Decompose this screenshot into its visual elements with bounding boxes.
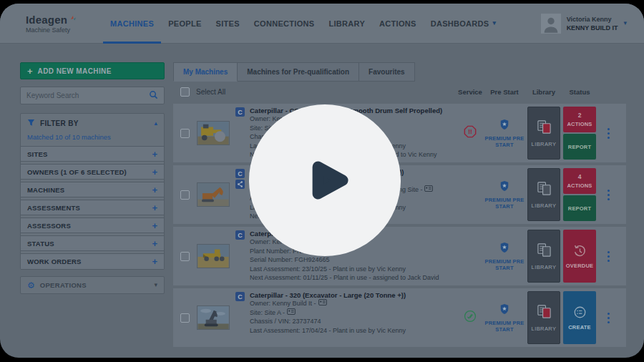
actions-button[interactable]: 2ACTIONS — [563, 107, 596, 132]
search-icon[interactable] — [149, 89, 158, 102]
premium-pre-start-button[interactable]: PREMIUM PRE START — [484, 242, 525, 271]
tab-machines-for-pre-qualification[interactable]: Machines for Pre-qualification — [238, 62, 359, 82]
row-checkbox[interactable] — [180, 129, 190, 138]
filter-sections: SITES+OWNERS (1 OF 6 SELECTED)+MACHINES+… — [21, 146, 164, 269]
keyword-search — [20, 87, 165, 104]
avatar — [541, 14, 561, 34]
tab-my-machines[interactable]: My Machines — [173, 62, 238, 82]
row-menu-kebab-icon[interactable] — [596, 313, 620, 323]
list-header: Select All Service Pre Start Library Sta… — [173, 82, 626, 101]
plus-icon: + — [152, 239, 157, 248]
company-badge: C — [235, 230, 245, 240]
chevron-down-icon: ▾ — [493, 20, 497, 26]
row-menu-kebab-icon[interactable] — [596, 190, 620, 200]
machine-detail-line: Next Assessment: 01/11/25 - Plant in use… — [250, 273, 456, 283]
sidebar: + ADD NEW MACHINE FILTER BY ▴ Matched 10… — [20, 62, 165, 347]
company-badge: C — [235, 292, 245, 301]
documents-icon — [537, 119, 552, 137]
brand-logo: Ideagen Machine Safety — [26, 14, 70, 34]
report-button[interactable]: REPORT — [563, 195, 596, 221]
column-status: Status — [563, 88, 596, 96]
library-button[interactable]: LIBRARY — [527, 107, 560, 160]
plus-icon: + — [27, 67, 33, 76]
nav-item-sites[interactable]: SITES — [209, 4, 247, 44]
machine-detail-line: Owner: Kenny Build It - — [250, 299, 456, 308]
nav-item-library[interactable]: LIBRARY — [321, 4, 372, 44]
actions-button[interactable]: 4ACTIONS — [563, 168, 596, 194]
machine-title[interactable]: Caterpillar - 320 (Excavator - Large (20… — [250, 291, 456, 299]
filter-section-assessments[interactable]: ASSESSMENTS+ — [21, 200, 164, 215]
select-all-label: Select All — [196, 88, 225, 96]
row-menu-kebab-icon[interactable] — [596, 251, 620, 262]
user-menu[interactable]: Victoria Kenny KENNY BUILD IT ▾ — [541, 14, 627, 34]
row-checkbox[interactable] — [180, 313, 190, 323]
library-button[interactable]: LIBRARY — [527, 230, 560, 283]
chevron-down-icon: ▾ — [623, 20, 627, 26]
filter-section-status[interactable]: STATUS+ — [21, 235, 164, 251]
column-pre-start: Pre Start — [484, 88, 525, 96]
shield-star-icon — [499, 119, 509, 133]
filter-panel: FILTER BY ▴ Matched 10 of 10 machines SI… — [20, 113, 165, 270]
search-input[interactable] — [26, 92, 149, 99]
status-cell: 2ACTIONSREPORT — [563, 107, 596, 160]
row-checkbox[interactable] — [180, 252, 190, 261]
play-icon — [291, 143, 366, 217]
machine-row: CCaterpillar - 120H (Grader)Owner: Kenny… — [173, 227, 626, 285]
machine-photo — [197, 121, 230, 145]
library-button[interactable]: LIBRARY — [527, 168, 560, 221]
filter-by-header[interactable]: FILTER BY ▴ — [21, 114, 164, 132]
overdue-button[interactable]: OVERDUE — [563, 230, 596, 283]
share-icon-badge — [235, 180, 245, 189]
nav-item-actions[interactable]: ACTIONS — [372, 4, 424, 44]
history-icon — [573, 244, 587, 260]
filter-section-work[interactable]: WORK ORDERS+ — [21, 253, 164, 269]
top-nav-bar: Ideagen Machine Safety MACHINESPEOPLESIT… — [0, 4, 644, 44]
machine-detail-line: Last Assessment: 17/04/24 - Plant in use… — [250, 326, 456, 336]
filter-section-machines[interactable]: MACHINES+ — [21, 182, 164, 197]
nav-item-connections[interactable]: CONNECTIONS — [247, 4, 322, 44]
video-letterbox: Ideagen Machine Safety MACHINESPEOPLESIT… — [0, 0, 644, 362]
chevron-up-icon[interactable]: ▴ — [154, 120, 157, 127]
row-menu-kebab-icon[interactable] — [596, 128, 620, 139]
premium-pre-start-button[interactable]: PREMIUM PRE START — [484, 180, 525, 210]
filter-section-owners[interactable]: OWNERS (1 OF 6 SELECTED)+ — [21, 164, 164, 180]
plus-icon: + — [152, 203, 157, 212]
create-button[interactable]: CREATE — [563, 291, 596, 344]
select-all-checkbox[interactable] — [180, 87, 190, 97]
add-new-machine-button[interactable]: + ADD NEW MACHINE — [20, 62, 165, 79]
machine-row: CCaterpillar - CS-533E (Rollers, Smooth … — [173, 104, 626, 162]
premium-pre-start-button[interactable]: PREMIUM PRE START — [484, 303, 525, 333]
service-alert-icon: !! — [464, 125, 477, 141]
machine-rows: CCaterpillar - CS-533E (Rollers, Smooth … — [173, 104, 626, 347]
brand-name: Ideagen — [26, 14, 67, 26]
plus-icon: + — [152, 167, 157, 177]
machine-detail-line: Serial Number: FGH924665 — [250, 255, 456, 265]
tab-favourites[interactable]: Favourites — [359, 62, 415, 82]
machine-details: Caterpillar - 320 (Excavator - Large (20… — [250, 288, 456, 335]
filter-section-sites[interactable]: SITES+ — [21, 146, 164, 162]
filter-icon — [27, 117, 35, 129]
nav-item-machines[interactable]: MACHINES — [103, 4, 161, 44]
plus-icon: + — [152, 185, 157, 195]
play-button[interactable] — [249, 104, 401, 256]
tab-bar: My MachinesMachines for Pre-qualificatio… — [173, 62, 626, 82]
create-icon — [573, 305, 587, 322]
report-button[interactable]: REPORT — [563, 134, 596, 160]
nav-item-people[interactable]: PEOPLE — [161, 4, 208, 44]
library-button[interactable]: LIBRARY — [527, 291, 560, 344]
logo-spark-icon — [70, 11, 76, 24]
user-org: KENNY BUILD IT — [567, 24, 618, 31]
service-status — [456, 310, 484, 326]
gear-icon: ⚙ — [27, 281, 35, 290]
premium-pre-start-button[interactable]: PREMIUM PRE START — [484, 119, 525, 148]
shield-star-icon — [499, 180, 509, 195]
shield-star-icon — [499, 242, 509, 256]
machine-photo — [197, 305, 230, 330]
service-ok-icon — [464, 310, 477, 326]
nav-item-dashboards[interactable]: DASHBOARDS▾ — [424, 4, 504, 44]
plus-icon: + — [152, 150, 157, 159]
row-checkbox[interactable] — [180, 190, 190, 200]
operations-bar[interactable]: ⚙ OPERATIONS ▾ — [20, 276, 165, 294]
filter-section-assessors[interactable]: ASSESSORS+ — [21, 217, 164, 233]
status-cell: 4ACTIONSREPORT — [563, 168, 596, 221]
